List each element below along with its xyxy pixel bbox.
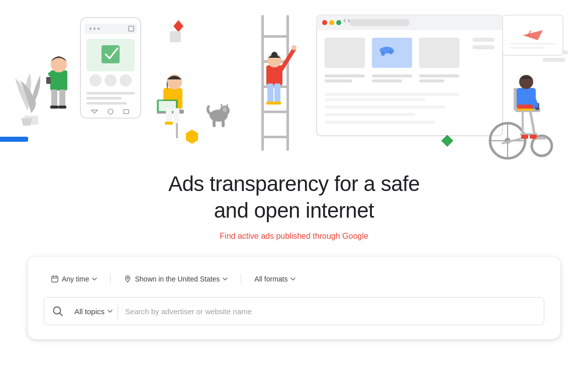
- svg-rect-41: [213, 120, 216, 127]
- time-filter-button[interactable]: Any time: [44, 271, 104, 287]
- svg-rect-81: [325, 113, 415, 116]
- svg-rect-107: [510, 43, 555, 45]
- svg-rect-78: [325, 93, 459, 96]
- svg-rect-9: [58, 106, 66, 109]
- svg-rect-102: [530, 135, 537, 139]
- svg-rect-66: [349, 19, 410, 26]
- filter-separator-2: [241, 274, 241, 284]
- search-row: All topics: [44, 297, 544, 325]
- svg-point-13: [93, 28, 95, 30]
- svg-point-63: [322, 20, 327, 25]
- search-icon: [52, 306, 63, 317]
- svg-point-65: [336, 20, 341, 25]
- svg-rect-21: [86, 92, 135, 95]
- svg-rect-80: [325, 106, 445, 109]
- svg-rect-27: [170, 31, 181, 42]
- hero-illustration: [0, 0, 588, 171]
- svg-rect-8: [50, 106, 58, 109]
- topic-chevron-icon: [108, 310, 113, 313]
- svg-rect-75: [372, 79, 402, 82]
- svg-rect-5: [46, 77, 51, 84]
- svg-point-40: [223, 107, 227, 112]
- location-chevron-icon: [223, 276, 228, 281]
- svg-point-59: [291, 45, 297, 50]
- svg-rect-109: [52, 276, 58, 283]
- svg-rect-53: [274, 83, 280, 104]
- svg-rect-71: [419, 38, 459, 68]
- svg-line-115: [60, 313, 63, 316]
- svg-point-18: [89, 74, 102, 86]
- search-input[interactable]: [125, 307, 536, 316]
- svg-rect-82: [325, 121, 435, 124]
- svg-rect-101: [521, 135, 528, 139]
- svg-rect-83: [472, 38, 495, 42]
- svg-marker-85: [441, 135, 453, 147]
- svg-marker-26: [173, 20, 183, 32]
- svg-rect-67: [325, 38, 365, 68]
- location-icon: [124, 275, 132, 283]
- svg-rect-77: [419, 79, 444, 82]
- svg-rect-55: [274, 102, 281, 105]
- svg-rect-54: [266, 102, 274, 105]
- svg-rect-36: [173, 108, 179, 123]
- svg-point-57: [271, 52, 277, 58]
- svg-rect-104: [518, 109, 533, 111]
- svg-point-19: [105, 74, 117, 86]
- svg-point-70: [389, 50, 393, 54]
- search-icon-wrap: [52, 306, 63, 317]
- svg-rect-23: [86, 102, 127, 105]
- svg-rect-88: [543, 58, 565, 62]
- svg-rect-22: [86, 97, 122, 100]
- calendar-icon: [51, 275, 59, 283]
- svg-rect-37: [165, 122, 173, 125]
- svg-rect-49: [261, 111, 289, 113]
- svg-point-64: [329, 20, 334, 25]
- svg-rect-79: [325, 98, 425, 101]
- svg-rect-108: [510, 47, 545, 49]
- page-subtitle: Find active ads published through Google: [220, 232, 368, 241]
- svg-point-20: [120, 74, 132, 86]
- filter-separator-1: [110, 274, 111, 284]
- format-chevron-icon: [290, 276, 296, 281]
- svg-rect-6: [51, 89, 57, 107]
- svg-rect-84: [472, 45, 495, 49]
- svg-rect-7: [59, 89, 65, 107]
- svg-rect-46: [261, 35, 289, 38]
- svg-rect-35: [166, 108, 172, 123]
- svg-rect-72: [325, 74, 365, 77]
- format-filter-button[interactable]: All formats: [247, 271, 303, 287]
- main-content: Ads transparency for a safe and open int…: [0, 171, 588, 359]
- svg-rect-42: [222, 120, 225, 127]
- svg-rect-50: [261, 136, 289, 138]
- svg-point-12: [89, 28, 91, 30]
- topic-selector-button[interactable]: All topics: [69, 304, 118, 319]
- svg-rect-76: [419, 74, 459, 77]
- location-filter-button[interactable]: Shown in the United States: [117, 271, 235, 287]
- svg-rect-73: [325, 79, 352, 82]
- svg-point-69: [381, 52, 385, 56]
- filter-row: Any time Shown in the United States: [44, 271, 544, 287]
- page-headline: Ads transparency for a safe and open int…: [168, 171, 420, 224]
- search-card: Any time Shown in the United States: [28, 257, 560, 339]
- time-chevron-icon: [92, 276, 97, 281]
- svg-rect-62: [317, 23, 503, 30]
- svg-marker-43: [186, 130, 198, 144]
- decorative-blue-bar: [0, 137, 28, 142]
- svg-point-113: [127, 277, 129, 279]
- svg-rect-74: [372, 74, 412, 77]
- plant-illustration: [15, 73, 40, 126]
- svg-point-14: [97, 28, 100, 30]
- svg-rect-52: [267, 83, 273, 104]
